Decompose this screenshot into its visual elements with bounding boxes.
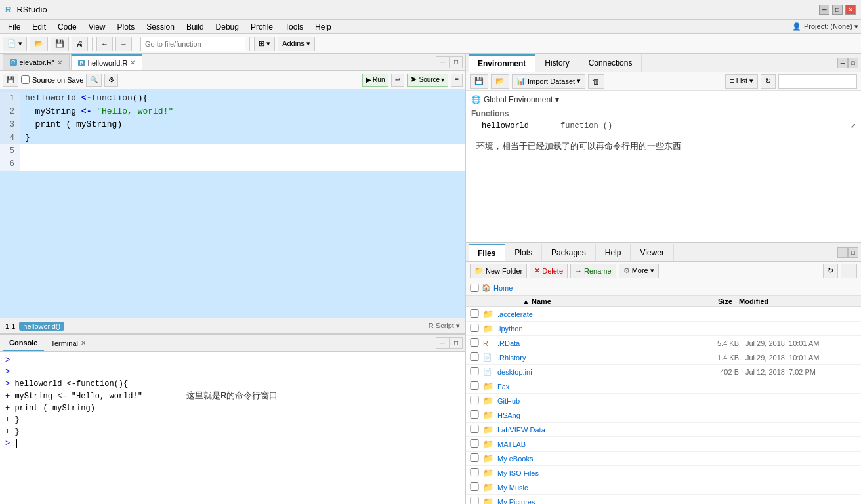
menu-file[interactable]: File (3, 21, 26, 33)
tab-helloworld-r[interactable]: R helloworld.R ✕ (71, 54, 142, 70)
check-labview[interactable] (470, 425, 479, 433)
tab-viewer[interactable]: Viewer (631, 244, 673, 261)
new-file-btn[interactable]: 📄 ▾ (3, 37, 27, 51)
file-row-github[interactable]: 📁 GitHub (466, 394, 861, 408)
list-view-btn[interactable]: ≡ List ▾ (725, 74, 758, 89)
run-btn[interactable]: ▶ Run (362, 74, 388, 87)
rename-btn[interactable]: → Rename (570, 264, 616, 278)
filename-matlab[interactable]: MATLAB (497, 440, 686, 448)
modified-column-header[interactable]: Modified (732, 297, 850, 305)
menu-view[interactable]: View (83, 21, 111, 33)
global-env-dropdown[interactable]: 🌐 Global Environment ▾ (471, 93, 856, 106)
tab-history[interactable]: History (536, 54, 579, 72)
filename-myebooks[interactable]: My eBooks (497, 455, 686, 463)
check-fax[interactable] (470, 381, 479, 390)
filename-mymusic[interactable]: My Music (497, 484, 686, 492)
menu-profile[interactable]: Profile (245, 21, 278, 33)
check-accelerate[interactable] (470, 309, 479, 318)
console-content[interactable]: > > > helloworld <-function(){ + myStrin… (0, 352, 465, 504)
file-row-mypictures[interactable]: 📁 My Pictures (466, 495, 861, 504)
tab-environment[interactable]: Environment (469, 54, 536, 72)
files-maximize-btn[interactable]: □ (848, 247, 858, 258)
find-btn[interactable]: 🔍 (86, 74, 102, 87)
workspace-btn[interactable]: ⊞ ▾ (254, 37, 275, 51)
env-maximize-btn[interactable]: □ (848, 58, 858, 68)
tab-plots[interactable]: Plots (505, 244, 542, 261)
filename-rhistory[interactable]: .Rhistory (497, 354, 686, 362)
file-row-matlab[interactable]: 📁 MATLAB (466, 437, 861, 452)
filename-mypictures[interactable]: My Pictures (497, 498, 686, 505)
file-row-labview[interactable]: 📁 LabVIEW Data (466, 423, 861, 437)
terminal-tab-close[interactable]: ✕ (81, 339, 86, 346)
check-ipython[interactable] (470, 324, 479, 332)
filename-accelerate[interactable]: .accelerate (497, 310, 686, 318)
maximize-btn[interactable]: □ (832, 5, 843, 15)
console-minimize-btn[interactable]: ─ (436, 337, 450, 349)
filename-rdata[interactable]: .RData (497, 339, 686, 347)
name-column-header[interactable]: ▲ Name (496, 297, 680, 305)
tab-elevator-close[interactable]: ✕ (57, 59, 62, 66)
editor-minimize-btn[interactable]: ─ (436, 56, 450, 68)
console-maximize-btn[interactable]: □ (450, 337, 463, 349)
size-column-header[interactable]: Size (680, 297, 732, 305)
file-row-hsang[interactable]: 📁 HSAng (466, 408, 861, 423)
filename-ipython[interactable]: .ipython (497, 325, 686, 333)
script-type[interactable]: R Script ▾ (429, 322, 460, 330)
file-row-myebooks[interactable]: 📁 My eBooks (466, 452, 861, 466)
env-minimize-btn[interactable]: ─ (837, 58, 848, 68)
print-btn[interactable]: 🖨 (72, 37, 88, 51)
project-badge[interactable]: 👤 Project: (None) ▾ (792, 22, 858, 31)
filename-desktop[interactable]: desktop.ini (497, 368, 686, 376)
source-save-checkbox[interactable] (21, 75, 30, 84)
import-dataset-btn[interactable]: 📊 Import Dataset ▾ (512, 74, 585, 89)
delete-btn[interactable]: ✕ Delete (530, 264, 568, 278)
editor-menu-btn[interactable]: ≡ (451, 74, 463, 87)
check-rhistory[interactable] (470, 352, 479, 361)
code-editor[interactable]: 1 helloworld <-function(){ 2 myString <-… (0, 89, 465, 318)
file-row-rhistory[interactable]: 📄 .Rhistory 1.4 KB Jul 29, 2018, 10:01 A… (466, 350, 861, 365)
menu-tools[interactable]: Tools (280, 21, 308, 33)
tab-files[interactable]: Files (469, 244, 505, 261)
tab-elevator-r[interactable]: R elevator.R* ✕ (3, 54, 70, 70)
check-mypictures[interactable] (470, 497, 479, 504)
filename-fax[interactable]: Fax (497, 383, 686, 390)
tab-packages[interactable]: Packages (542, 244, 596, 261)
file-row-mymusic[interactable]: 📁 My Music (466, 480, 861, 495)
file-row-rdata[interactable]: R .RData 5.4 KB Jul 29, 2018, 10:01 AM (466, 336, 861, 350)
source-btn[interactable]: ⮞ Source ▾ (407, 74, 448, 87)
check-myiso[interactable] (470, 468, 479, 476)
open-file-btn[interactable]: 📂 (30, 37, 48, 51)
save-env-btn[interactable]: 💾 (470, 74, 488, 89)
minimize-btn[interactable]: ─ (819, 5, 830, 15)
more-files-btn[interactable]: ⋯ (841, 264, 857, 278)
files-minimize-btn[interactable]: ─ (837, 247, 848, 258)
file-row-accelerate[interactable]: 📁 .accelerate (466, 307, 861, 322)
filename-labview[interactable]: LabVIEW Data (497, 426, 686, 434)
menu-debug[interactable]: Debug (211, 21, 244, 33)
check-github[interactable] (470, 396, 479, 404)
check-mymusic[interactable] (470, 482, 479, 491)
filename-github[interactable]: GitHub (497, 397, 686, 405)
file-row-myiso[interactable]: 📁 My ISO Files (466, 466, 861, 480)
save-btn[interactable]: 💾 (51, 37, 69, 51)
tab-terminal[interactable]: Terminal ✕ (44, 335, 93, 351)
check-rdata[interactable] (470, 338, 479, 346)
path-checkbox[interactable] (470, 284, 479, 292)
more-btn[interactable]: ⚙ More ▾ (619, 264, 659, 278)
check-hsang[interactable] (470, 410, 479, 419)
check-matlab[interactable] (470, 439, 479, 448)
load-env-btn[interactable]: 📂 (491, 74, 509, 89)
addins-btn[interactable]: Addins ▾ (278, 37, 315, 51)
menu-build[interactable]: Build (181, 21, 209, 33)
goto-file-input[interactable] (140, 37, 245, 51)
editor-maximize-btn[interactable]: □ (450, 56, 463, 68)
check-desktop[interactable] (470, 367, 479, 375)
close-btn[interactable]: ✕ (845, 5, 856, 15)
menu-plots[interactable]: Plots (112, 21, 140, 33)
home-label[interactable]: Home (494, 284, 513, 292)
forward-btn[interactable]: → (116, 37, 132, 51)
env-search-input[interactable] (778, 74, 857, 89)
clear-env-btn[interactable]: 🗑 (588, 74, 604, 89)
menu-help[interactable]: Help (310, 21, 337, 33)
tab-helloworld-close[interactable]: ✕ (130, 59, 135, 66)
